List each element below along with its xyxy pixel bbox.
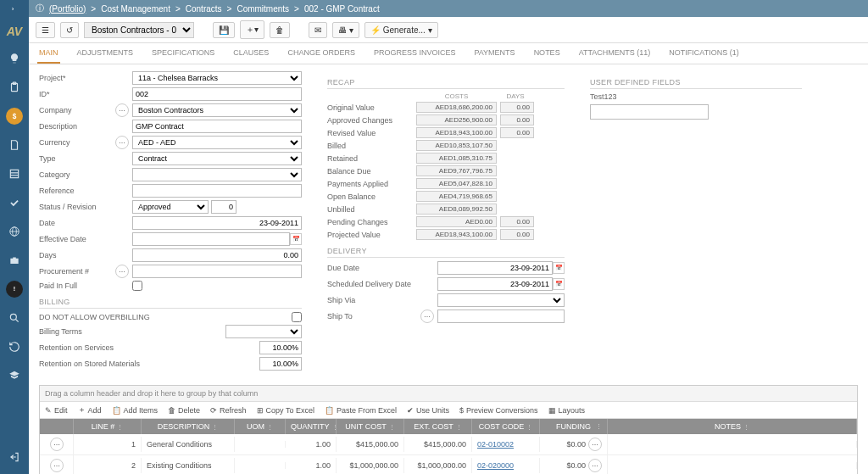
tab-main[interactable]: MAIN <box>37 43 60 64</box>
generate-button[interactable]: ⚡ Generate... ▾ <box>364 22 438 38</box>
company-field[interactable]: Boston Contractors <box>132 103 302 117</box>
check-icon[interactable] <box>6 194 23 211</box>
tab-clauses[interactable]: CLAUSES <box>231 43 270 64</box>
calendar-icon[interactable]: 📅 <box>553 278 565 290</box>
calendar-icon[interactable]: 📅 <box>553 262 565 274</box>
col-qty[interactable]: QUANTITY⋮ <box>286 419 337 434</box>
col-fund[interactable]: FUNDING⋮ <box>540 419 608 434</box>
idea-icon[interactable] <box>6 50 23 67</box>
tab-progress-invoices[interactable]: PROGRESS INVOICES <box>372 43 458 64</box>
id-field[interactable] <box>132 87 302 101</box>
grid-pasteexcel-button[interactable]: 📋 Paste From Excel <box>325 404 397 415</box>
tab-change-orders[interactable]: CHANGE ORDERS <box>286 43 357 64</box>
document-icon[interactable] <box>6 137 23 153</box>
delete-button[interactable]: 🗑 <box>270 22 290 38</box>
tab-attachments[interactable]: ATTACHMENTS (11) <box>577 43 653 64</box>
desc-field[interactable] <box>132 120 302 133</box>
currency-field[interactable]: AED - AED <box>132 136 302 149</box>
tab-notes[interactable]: NOTES <box>532 43 562 64</box>
education-icon[interactable] <box>6 367 23 384</box>
type-field[interactable]: Contract <box>132 152 302 165</box>
effdate-field[interactable] <box>132 232 290 246</box>
retsvc-label: Retention on Services <box>39 343 166 352</box>
grid-add-button[interactable]: ＋ Add <box>78 404 102 415</box>
menu-button[interactable]: ☰ <box>36 22 55 38</box>
billterms-field[interactable] <box>225 325 302 338</box>
record-selector[interactable]: Boston Contractors - 002 - GMP Con <box>84 22 194 38</box>
calendar-icon[interactable]: 📅 <box>290 233 302 245</box>
retsvc-field[interactable] <box>259 341 302 354</box>
udf-field1[interactable] <box>590 104 709 120</box>
expand-sidebar-icon[interactable]: › <box>12 5 14 13</box>
col-ext[interactable]: EXT. COST⋮ <box>404 419 472 434</box>
overbill-checkbox[interactable] <box>292 312 302 322</box>
funding-menu-button[interactable]: ⋯ <box>588 438 602 451</box>
reference-field[interactable] <box>132 184 302 198</box>
col-notes[interactable]: NOTES⋮ <box>608 419 857 434</box>
date-field[interactable] <box>132 216 302 230</box>
grid-copyexcel-button[interactable]: ⊞ Copy To Excel <box>257 404 314 415</box>
clipboard-icon[interactable] <box>6 79 23 96</box>
duedate-field[interactable] <box>437 261 553 275</box>
company-lookup[interactable]: ⋯ <box>115 103 129 117</box>
grid-refresh-button[interactable]: ⟳ Refresh <box>210 404 247 415</box>
grid-layouts-button[interactable]: ▦ Layouts <box>548 404 586 415</box>
email-button[interactable]: ✉ <box>309 22 327 38</box>
grid-additems-button[interactable]: 📋 Add Items <box>112 404 159 415</box>
retmat-field[interactable] <box>259 357 302 371</box>
col-line[interactable]: LINE #⋮ <box>74 419 142 434</box>
revision-field[interactable] <box>211 200 236 214</box>
row-menu-button[interactable]: ⋯ <box>50 459 64 472</box>
breadcrumb-cost[interactable]: Cost Management <box>101 4 170 14</box>
save-button[interactable]: 💾 <box>213 22 235 38</box>
info-icon[interactable]: ! <box>6 281 23 298</box>
scheddate-field[interactable] <box>437 277 553 291</box>
days-field[interactable] <box>132 248 302 262</box>
search-icon[interactable] <box>6 309 23 326</box>
col-desc[interactable]: DESCRIPTION⋮ <box>142 419 235 434</box>
breadcrumb-commitments[interactable]: Commitments <box>236 4 289 14</box>
status-field[interactable]: Approved <box>132 200 209 214</box>
breadcrumb-portfolio[interactable]: (Portfolio) <box>49 4 86 14</box>
category-field[interactable] <box>132 168 302 181</box>
shipvia-field[interactable] <box>437 293 565 307</box>
shipvia-label: Ship Via <box>327 296 437 304</box>
grid-delete-button[interactable]: 🗑 Delete <box>168 404 200 415</box>
currency-lookup[interactable]: ⋯ <box>115 136 129 149</box>
row-menu-button[interactable]: ⋯ <box>50 438 64 451</box>
col-uom[interactable]: UOM⋮ <box>235 419 286 434</box>
table-row[interactable]: ⋯1General Conditions1.00$415,000.00$415,… <box>40 434 857 455</box>
grid-units-button[interactable]: ✔ Use Units <box>407 404 449 415</box>
tab-notifications[interactable]: NOTIFICATIONS (1) <box>667 43 740 64</box>
breadcrumb-contracts[interactable]: Contracts <box>186 4 222 14</box>
cost-icon[interactable]: $ <box>6 108 23 125</box>
info-circle-icon[interactable]: ⓘ <box>36 3 44 14</box>
proc-field[interactable] <box>132 265 302 278</box>
col-unit[interactable]: UNIT COST⋮ <box>337 419 404 434</box>
grid-edit-button[interactable]: ✎ Edit <box>45 404 68 415</box>
type-label: Type <box>39 154 115 163</box>
cost-code-link[interactable]: 02-010002 <box>477 440 514 449</box>
history-button[interactable]: ↺ <box>60 22 79 38</box>
shipto-field[interactable] <box>437 309 565 323</box>
shipto-lookup[interactable]: ⋯ <box>420 309 434 323</box>
briefcase-icon[interactable] <box>6 252 23 269</box>
tab-payments[interactable]: PAYMENTS <box>472 43 516 64</box>
grid-preview-button[interactable]: $ Preview Conversions <box>459 404 538 415</box>
cost-code-link[interactable]: 02-020000 <box>477 461 514 470</box>
print-button[interactable]: 🖶 ▾ <box>332 22 359 38</box>
paid-checkbox[interactable] <box>132 281 142 291</box>
logout-icon[interactable] <box>6 449 23 466</box>
proc-lookup[interactable]: ⋯ <box>115 265 129 278</box>
funding-menu-button[interactable]: ⋯ <box>588 459 602 472</box>
table-row[interactable]: ⋯2Existing Conditions1.00$1,000,000.00$1… <box>40 455 857 474</box>
project-field[interactable]: 11a - Chelsea Barracks <box>132 71 302 85</box>
history-icon[interactable] <box>6 338 23 355</box>
group-hint[interactable]: Drag a column header and drop it here to… <box>40 386 857 402</box>
globe-icon[interactable] <box>6 223 23 240</box>
tab-specifications[interactable]: SPECIFICATIONS <box>150 43 216 64</box>
tab-adjustments[interactable]: ADJUSTMENTS <box>75 43 136 64</box>
col-cc[interactable]: COST CODE⋮ <box>472 419 540 434</box>
add-button[interactable]: ＋▾ <box>240 20 264 39</box>
grid-icon[interactable] <box>6 165 23 182</box>
